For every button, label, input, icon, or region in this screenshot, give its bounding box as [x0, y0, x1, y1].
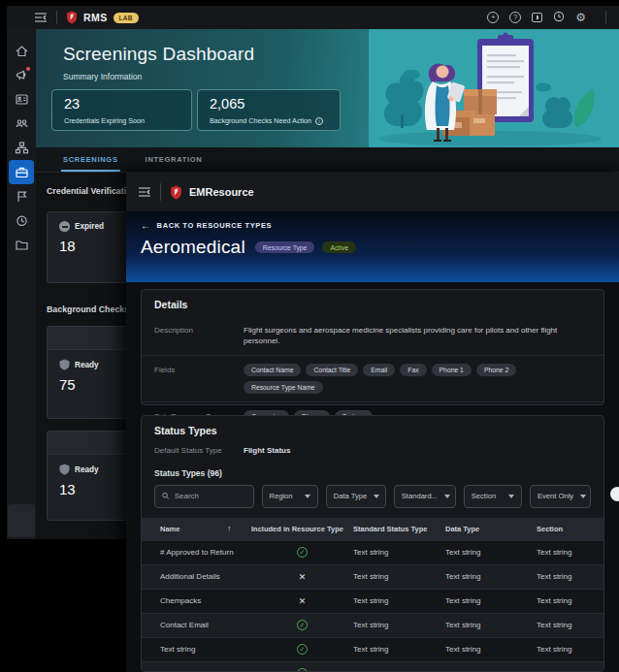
brand-name: RMS — [83, 12, 108, 23]
dropdown-caret-icon — [305, 495, 310, 498]
dropdown-caret-icon — [374, 495, 379, 498]
summary-card-expiring[interactable]: 23 Credentials Expiring Soon — [51, 89, 192, 131]
tab-integration[interactable]: INTEGRATION — [132, 147, 216, 172]
table-row[interactable]: Additional Details ✕ Text string Text st… — [142, 564, 603, 589]
card-value: 18 — [59, 238, 131, 254]
cell-included: ✓ — [251, 547, 353, 558]
dashboard-header: Screenings Dashboard Summary Information… — [36, 29, 619, 147]
sidebar-item-contacts[interactable] — [7, 112, 36, 136]
cell-section: Text string — [537, 548, 603, 557]
check-circle-icon: ✓ — [297, 668, 308, 672]
filter-event-only[interactable]: Event Only — [530, 485, 591, 508]
column-header-included[interactable]: Included in Resource Type — [251, 525, 353, 533]
expired-card[interactable]: Expired 18 — [47, 211, 132, 283]
sidebar-item-files[interactable] — [7, 233, 36, 257]
sidebar-item-history[interactable] — [7, 208, 36, 233]
emresource-topbar: EMResource — [126, 173, 619, 211]
cell-included: ✓ — [251, 620, 353, 630]
menu-toggle-icon[interactable] — [34, 12, 48, 23]
back-to-resource-types-link[interactable]: ← BACK TO RESOURCE TYPES — [141, 221, 604, 230]
page-subtitle: Summary Information — [63, 72, 142, 81]
table-row[interactable]: Text string ✓ Text string Text string Te… — [142, 637, 603, 661]
filter-region[interactable]: Region — [262, 485, 318, 508]
field-label: Description — [154, 324, 244, 335]
sidebar-item-credentials[interactable] — [7, 87, 36, 112]
sidebar-item-hierarchy[interactable] — [7, 136, 36, 160]
table-row[interactable]: Contact Email ✓ Text string Text string … — [142, 613, 603, 637]
cell-name: Text string — [142, 645, 251, 654]
sidebar-item-screenings[interactable] — [9, 160, 34, 184]
check-circle-icon: ✓ — [297, 620, 308, 630]
dashboard-illustration — [369, 29, 619, 147]
details-heading: Details — [142, 290, 603, 316]
ready-card-13[interactable]: Ready 13 — [47, 431, 132, 521]
fields-row: Fields Contact Name Contact Title Email … — [142, 355, 603, 401]
tab-screenings[interactable]: SCREENINGS — [49, 147, 132, 172]
tab-bar: SCREENINGS INTEGRATION — [36, 147, 619, 173]
summary-card-background-checks[interactable]: 2,065 Background Checks Need Action i — [197, 89, 341, 131]
table-row[interactable]: # Approved to Return ✓ Text string Text … — [142, 540, 603, 564]
emresource-window: EMResource ← BACK TO RESOURCE TYPES Aero… — [126, 173, 619, 672]
field-label: Default Status Type — [154, 444, 244, 455]
description-row: Description Flight surgeons and aerospac… — [142, 316, 603, 355]
sidebar-item-announcements[interactable] — [7, 63, 36, 87]
field-label: Fields — [154, 364, 244, 374]
emresource-logo-icon — [170, 185, 182, 200]
table-row[interactable]: Chempacks ✕ Text string Text string Text… — [142, 589, 603, 613]
history-clock-icon — [15, 213, 29, 228]
table-header-row: Name ↑ Included in Resource Type Standar… — [142, 518, 603, 540]
search-input[interactable] — [175, 492, 246, 500]
settings-icon[interactable]: ⚙ — [575, 12, 586, 23]
details-card: Details Description Flight surgeons and … — [141, 289, 604, 405]
rms-logo-icon — [66, 11, 78, 24]
description-value: Flight surgeons and aerospace medicine s… — [244, 324, 591, 347]
sort-ascending-icon[interactable]: ↑ — [227, 524, 232, 533]
folder-icon — [15, 238, 29, 252]
field-chip: Phone 2 — [476, 364, 516, 376]
app-name: EMResource — [189, 186, 254, 198]
dropdown-caret-icon — [444, 495, 450, 498]
filter-section[interactable]: Section — [464, 485, 522, 508]
resource-hero: ← BACK TO RESOURCE TYPES Aeromedical Res… — [126, 211, 619, 282]
feedback-icon[interactable] — [532, 13, 542, 22]
card-value: 75 — [59, 376, 131, 393]
cell-standard: Text string — [353, 572, 445, 581]
cell-standard: Text string — [353, 621, 445, 629]
cell-data-type: Text string — [445, 621, 537, 629]
cross-icon: ✕ — [299, 596, 307, 606]
history-icon[interactable] — [553, 9, 565, 26]
cell-data-type: Text string — [445, 572, 537, 581]
add-icon[interactable]: + — [487, 12, 499, 23]
cell-data-type: Text string — [445, 645, 537, 654]
screen: RMS LAB + ? ⚙ — [0, 0, 619, 672]
menu-toggle-icon[interactable] — [138, 186, 151, 198]
back-link-label: BACK TO RESOURCE TYPES — [157, 221, 273, 230]
column-header-data-type[interactable]: Data Type — [445, 525, 537, 533]
sidebar-item-home[interactable] — [7, 39, 36, 63]
filter-data-type[interactable]: Data Type — [326, 485, 386, 508]
id-badge-icon — [15, 92, 29, 107]
cell-name: Chempacks — [142, 596, 251, 605]
info-icon[interactable]: i — [315, 117, 323, 125]
divider — [56, 11, 57, 24]
cell-section: Text string — [537, 596, 603, 605]
status-types-heading: Status Types — [142, 416, 603, 442]
column-header-standard[interactable]: Standard Status Type — [353, 525, 445, 533]
column-header-section[interactable]: Section — [537, 525, 603, 533]
divider — [605, 11, 606, 24]
ready-card-75[interactable]: Ready 75 — [47, 326, 132, 419]
help-icon[interactable]: ? — [509, 12, 521, 23]
filter-standard[interactable]: Standard... — [394, 485, 456, 508]
check-circle-icon: ✓ — [297, 644, 308, 655]
sidebar-item-flags[interactable] — [7, 184, 36, 208]
check-circle-icon: ✓ — [297, 547, 308, 558]
toggle-switch[interactable] — [610, 487, 619, 501]
table-row-partial[interactable]: Text string ✓ Text string Text string Te… — [142, 661, 603, 672]
summary-value: 23 — [64, 96, 179, 112]
field-chip: Phone 1 — [432, 364, 472, 376]
summary-value: 2,065 — [210, 96, 328, 112]
cell-included: ✕ — [251, 596, 353, 606]
org-chart-icon — [15, 141, 29, 155]
column-header-name[interactable]: Name ↑ — [142, 525, 251, 533]
shield-icon — [59, 359, 70, 370]
